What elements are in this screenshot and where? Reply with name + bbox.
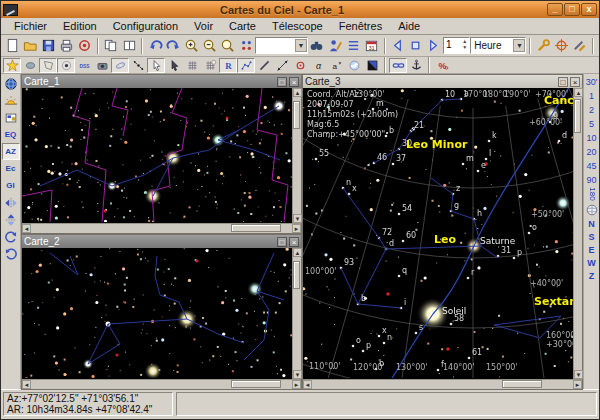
- ecliptic-coord-button[interactable]: Ec: [2, 160, 20, 177]
- scroll-up-icon[interactable]: ▲: [574, 88, 583, 97]
- scroll-track[interactable]: [293, 97, 301, 214]
- mark-object-toggle[interactable]: [291, 58, 309, 73]
- telescope-config-button[interactable]: [571, 36, 589, 56]
- titlebar[interactable]: Cartes du Ciel - Carte_1 _□x: [1, 1, 599, 18]
- direction-button-w[interactable]: W: [584, 257, 600, 270]
- scroll-right-icon[interactable]: ►: [573, 380, 582, 389]
- menu-aide[interactable]: Aide: [390, 19, 428, 33]
- menu-configuration[interactable]: Configuration: [105, 19, 186, 33]
- telescope-goto-button[interactable]: [553, 36, 571, 56]
- time-unit-combo[interactable]: Heure▼: [470, 37, 526, 54]
- dss-image-toggle[interactable]: DSS: [75, 58, 93, 73]
- show-planets-toggle[interactable]: [57, 58, 75, 73]
- scroll-right-icon[interactable]: ►: [292, 380, 301, 389]
- open-chart-button[interactable]: [21, 36, 39, 56]
- undo-button[interactable]: [146, 36, 164, 56]
- minimize-button[interactable]: _: [547, 3, 563, 16]
- coord-globe-button[interactable]: [2, 75, 20, 92]
- horizon-opaque-toggle[interactable]: [363, 58, 381, 73]
- zoom-in-button[interactable]: [183, 36, 201, 56]
- sky-background-toggle[interactable]: [345, 58, 363, 73]
- chevron-down-icon[interactable]: ▼: [295, 39, 307, 52]
- spinner-arrows[interactable]: ▲▼: [460, 38, 469, 53]
- scroll-right-icon[interactable]: ►: [292, 224, 301, 233]
- maximize-button[interactable]: □: [564, 3, 580, 16]
- show-galaxies-toggle[interactable]: [111, 58, 129, 73]
- scroll-thumb[interactable]: [574, 99, 581, 133]
- child-titlebar-carte1[interactable]: Carte_1□×: [22, 75, 301, 88]
- maximize-icon[interactable]: □: [558, 77, 568, 87]
- menu-fenetres[interactable]: Fenêtres: [331, 19, 390, 33]
- fov-button-45[interactable]: 45: [584, 159, 600, 173]
- close-icon[interactable]: ×: [289, 77, 299, 87]
- new-chart-button[interactable]: [3, 36, 21, 56]
- time-step-back-button[interactable]: [389, 36, 407, 56]
- direction-button-z[interactable]: Z: [584, 270, 600, 283]
- time-step-value[interactable]: 1▲▼: [443, 37, 470, 54]
- fov-button-180[interactable]: 180: [585, 186, 599, 202]
- vertical-scrollbar[interactable]: ▲▼: [292, 88, 301, 223]
- scroll-track[interactable]: [293, 257, 301, 370]
- rotate-cw-button[interactable]: [2, 228, 20, 245]
- fov-button-30m[interactable]: 30': [584, 75, 600, 89]
- altaz-coord-button[interactable]: AZ: [2, 143, 20, 160]
- scroll-thumb[interactable]: [293, 101, 300, 129]
- setup-button[interactable]: [534, 36, 552, 56]
- image-color-button[interactable]: [93, 58, 111, 73]
- zoom-region-button[interactable]: [219, 36, 237, 56]
- scroll-thumb[interactable]: [293, 261, 300, 289]
- chevron-down-icon[interactable]: ▼: [513, 39, 525, 52]
- horizon-view-button[interactable]: [2, 92, 20, 109]
- spin-down-icon[interactable]: ▼: [460, 44, 469, 50]
- scroll-thumb[interactable]: [231, 224, 281, 232]
- object-list-button[interactable]: [344, 36, 362, 56]
- fov-button-1[interactable]: 1: [584, 89, 600, 103]
- direction-button-n[interactable]: N: [584, 218, 600, 231]
- scroll-track[interactable]: [574, 97, 582, 370]
- fov-button-90[interactable]: 90: [584, 173, 600, 187]
- greek-label-toggle[interactable]: α: [309, 58, 327, 73]
- night-cursor-toggle[interactable]: [165, 58, 183, 73]
- galactic-coord-button[interactable]: Gl: [2, 177, 20, 194]
- show-labels-toggle[interactable]: R: [219, 58, 237, 73]
- date-time-button[interactable]: 31: [362, 36, 380, 56]
- menu-fichier[interactable]: Fichier: [6, 19, 55, 33]
- scroll-down-icon[interactable]: ▼: [574, 370, 583, 379]
- fov-button-5[interactable]: 5: [584, 117, 600, 131]
- close-icon[interactable]: ×: [289, 237, 299, 247]
- scroll-left-icon[interactable]: ◄: [22, 224, 31, 233]
- scroll-track[interactable]: [312, 380, 573, 389]
- search-button[interactable]: [308, 36, 326, 56]
- direction-button-e[interactable]: E: [584, 244, 600, 257]
- save-chart-button[interactable]: [39, 36, 57, 56]
- vertical-scrollbar[interactable]: ▲▼: [573, 88, 582, 379]
- constellation-lines-toggle[interactable]: [237, 58, 255, 73]
- lock-chart-toggle[interactable]: [389, 58, 407, 73]
- time-step-forward-button[interactable]: [425, 36, 443, 56]
- altaz-grid-toggle[interactable]: [183, 58, 201, 73]
- menu-carte[interactable]: Carte: [221, 19, 264, 33]
- child-titlebar-carte3[interactable]: Carte_3□×: [303, 75, 582, 88]
- maximize-icon[interactable]: □: [277, 237, 287, 247]
- direction-button-s[interactable]: S: [584, 231, 600, 244]
- fov-button-2[interactable]: 2: [584, 103, 600, 117]
- observatory-button[interactable]: [76, 36, 94, 56]
- maximize-icon[interactable]: □: [277, 77, 287, 87]
- object-search-combo[interactable]: ▼: [255, 37, 308, 54]
- copy-chart-button[interactable]: [102, 36, 120, 56]
- cursor-mode-toggle[interactable]: [147, 58, 165, 73]
- distance-measure-toggle[interactable]: [273, 58, 291, 73]
- scroll-down-icon[interactable]: ▼: [293, 214, 302, 223]
- show-stars-toggle[interactable]: [3, 58, 21, 73]
- object-identify-button[interactable]: [326, 36, 344, 56]
- scroll-up-icon[interactable]: ▲: [293, 248, 302, 257]
- horizontal-scrollbar[interactable]: ◄►: [303, 379, 582, 389]
- close-icon[interactable]: ×: [570, 77, 580, 87]
- chart-image-button[interactable]: [2, 109, 20, 126]
- zoom-out-button[interactable]: [201, 36, 219, 56]
- show-nebulae-toggle[interactable]: [21, 58, 39, 73]
- scroll-left-icon[interactable]: ◄: [303, 380, 312, 389]
- proper-motion-toggle[interactable]: [129, 58, 147, 73]
- fov-button-20[interactable]: 20: [584, 145, 600, 159]
- lock-object-toggle[interactable]: [407, 58, 425, 73]
